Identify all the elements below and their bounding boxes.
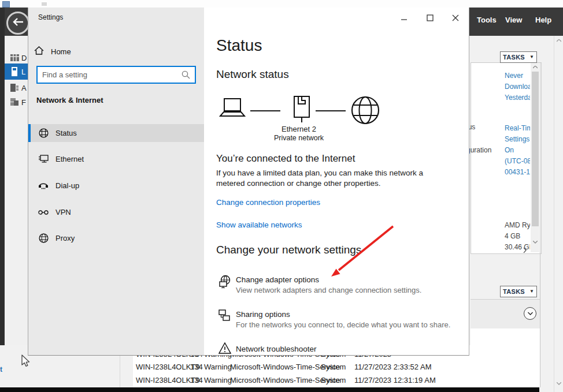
maximize-button[interactable]: [420, 8, 440, 28]
connected-body: If you have a limited data plan, you can…: [216, 168, 443, 188]
tasks-dropdown-bottom[interactable]: TASKS ▼: [500, 286, 537, 297]
minimize-button[interactable]: [394, 8, 414, 28]
search-icon[interactable]: [182, 70, 190, 79]
panel-scrollbar[interactable]: [531, 63, 539, 252]
link-download[interactable]: Download: [505, 81, 530, 92]
sidebar-item-ethernet[interactable]: Ethernet: [28, 150, 204, 168]
change-connection-properties-link[interactable]: Change connection properties: [216, 198, 320, 207]
laptop-icon: [218, 98, 247, 123]
home-label: Home: [51, 47, 71, 56]
dashboard-grid-icon: [10, 53, 19, 62]
search-box[interactable]: [36, 66, 196, 84]
search-input[interactable]: [38, 70, 182, 79]
column-divider: [120, 355, 120, 387]
sidebar-item-file-storage[interactable]: F: [5, 94, 28, 110]
value-on[interactable]: On: [505, 145, 530, 156]
background-window-glyph: [42, 2, 47, 6]
chevron-down-icon: [528, 312, 533, 315]
ethernet-plug-icon: [290, 95, 313, 129]
sharing-options-link[interactable]: Sharing options: [236, 310, 290, 319]
mouse-cursor: [21, 354, 31, 368]
sharing-options-desc: For the networks you connect to, decide …: [236, 320, 450, 329]
value-settings[interactable]: Settings: [505, 134, 530, 145]
tasks-dropdown-top[interactable]: TASKS ▼: [500, 51, 537, 63]
network-name: Ethernet 2: [258, 125, 339, 133]
hardware-values: AMD Ryz 4 GB 30.46 GB: [505, 220, 530, 251]
menu-help[interactable]: Help: [535, 16, 551, 24]
back-arrow-icon: [12, 17, 24, 29]
network-type: Private network: [258, 134, 339, 142]
settings-section-header: Network & Internet: [36, 96, 103, 104]
bottom-black-bar: [0, 387, 539, 392]
table-row[interactable]: WIN-I238L4OLKT9 134 Warning Microsoft-Wi…: [133, 363, 538, 372]
link-yesterday[interactable]: Yesterday: [505, 92, 530, 103]
proxy-globe-icon: [38, 233, 49, 243]
dialup-phone-icon: [38, 182, 49, 190]
dropdown-arrow-icon: ▼: [529, 289, 534, 294]
home-icon: [34, 46, 44, 57]
sidebar-item-vpn[interactable]: VPN: [28, 203, 204, 221]
network-troubleshooter-link[interactable]: Network troubleshooter: [236, 345, 317, 353]
network-status-header: Network status: [216, 68, 289, 81]
local-server-icon: [10, 67, 19, 76]
value-realtime[interactable]: Real-Tim: [505, 123, 530, 134]
sidebar-item-proxy[interactable]: Proxy: [28, 229, 204, 247]
adapter-options-icon: [218, 275, 232, 291]
file-storage-icon: [10, 98, 19, 107]
internet-globe-icon: [350, 95, 380, 128]
nav-label: Ethernet: [55, 155, 84, 163]
clipped-link-fragment: t: [0, 365, 2, 374]
panel-divider: [540, 62, 540, 387]
dropdown-arrow-icon: ▼: [529, 55, 534, 59]
value-processor: AMD Ryz: [505, 220, 530, 231]
sidebar-item-local-server[interactable]: L: [5, 64, 28, 80]
vpn-icon: [38, 209, 49, 216]
all-servers-icon: [10, 83, 19, 92]
collapse-chevron-button[interactable]: [524, 307, 536, 320]
nav-label: VPN: [55, 208, 71, 216]
diagram-connector-line: [316, 110, 346, 111]
status-globe-icon: [38, 128, 49, 138]
nav-label: Proxy: [55, 234, 75, 242]
page-title: Status: [216, 36, 262, 55]
nav-label: Status: [55, 129, 77, 137]
show-available-networks-link[interactable]: Show available networks: [216, 221, 302, 229]
nav-label: Dial-up: [55, 181, 79, 190]
quick-links: Never Download Yesterday: [505, 70, 530, 103]
value-memory: 4 GB: [505, 231, 530, 242]
troubleshooter-warning-icon: [218, 342, 231, 356]
background-window-titlebar: [0, 0, 563, 8]
sidebar-item-status[interactable]: Status: [28, 124, 204, 142]
diagram-connector-line: [250, 110, 280, 111]
close-button[interactable]: [446, 8, 465, 28]
sidebar-item-home[interactable]: Home: [34, 42, 198, 61]
sharing-options-icon: [218, 309, 231, 324]
change-adapter-options-desc: View network adapters and change connect…: [236, 286, 421, 294]
settings-window: Settings Home Network & Internet Status …: [28, 8, 469, 356]
menu-tools[interactable]: Tools: [477, 16, 497, 24]
window-left-edge: [0, 8, 5, 346]
ethernet-icon: [38, 155, 49, 163]
value-timezone[interactable]: (UTC-08:0: [505, 156, 530, 167]
link-never[interactable]: Never: [505, 70, 530, 81]
selection-accent-bar: [28, 124, 31, 142]
window-title: Settings: [38, 13, 63, 21]
back-button[interactable]: [6, 12, 29, 35]
change-adapter-options-link[interactable]: Change adapter options: [236, 275, 319, 284]
background-window-icon: [2, 1, 10, 8]
connected-title: You’re connected to the Internet: [216, 153, 355, 165]
sidebar-item-all-servers[interactable]: A: [5, 80, 28, 96]
table-row[interactable]: WIN-I238L4OLKT9 134 Warning Microsoft-Wi…: [133, 376, 538, 386]
property-values: Real-Tim Settings On (UTC-08:0 00431-10: [505, 123, 530, 178]
scrollbar-thumb[interactable]: [532, 72, 539, 226]
menu-view[interactable]: View: [505, 16, 522, 24]
chevron-right-icon[interactable]: [523, 248, 527, 253]
value-product-id[interactable]: 00431-10: [505, 167, 530, 178]
sidebar-item-dialup[interactable]: Dial-up: [28, 177, 204, 195]
annotation-arrow: [324, 222, 405, 283]
window-scrollbar[interactable]: [554, 36, 563, 392]
